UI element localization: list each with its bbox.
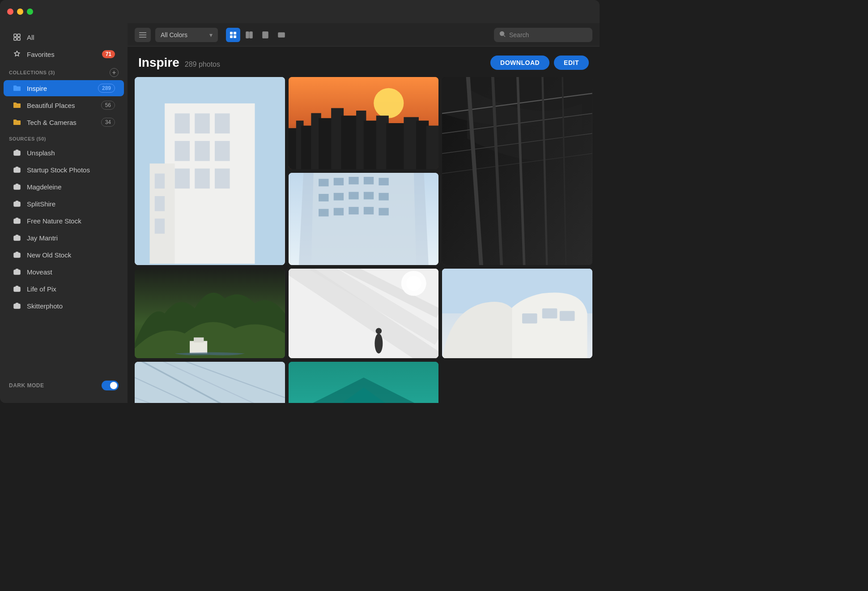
- close-button[interactable]: [7, 9, 13, 15]
- sidebar-item-free-nature-stock[interactable]: Free Nature Stock: [4, 213, 124, 229]
- sidebar-item-magdeleine[interactable]: Magdeleine: [4, 179, 124, 195]
- beautiful-places-badge: 56: [101, 101, 115, 110]
- sources-header: SOURCES (50): [0, 131, 128, 144]
- page-title-area: Inspire 289 photos: [138, 56, 220, 70]
- sidebar-item-splitshire[interactable]: SplitShire: [4, 196, 124, 212]
- svg-rect-46: [195, 168, 210, 188]
- view-grid-button[interactable]: [226, 28, 240, 42]
- view-2col-button[interactable]: [242, 28, 256, 42]
- sidebar-item-life-of-pix[interactable]: Life of Pix: [4, 281, 124, 297]
- dark-mode-label: DARK MODE: [9, 382, 44, 389]
- sidebar-item-jay-mantri[interactable]: Jay Mantri: [4, 230, 124, 246]
- svg-rect-96: [194, 338, 204, 343]
- svg-rect-41: [215, 113, 230, 133]
- camera-icon-magdeleine: [13, 182, 21, 191]
- download-button[interactable]: DOWNLOAD: [490, 56, 549, 70]
- svg-point-103: [375, 328, 381, 334]
- view-1col-button[interactable]: [258, 28, 272, 42]
- action-buttons: DOWNLOAD EDIT: [490, 56, 589, 70]
- svg-rect-92: [363, 207, 373, 214]
- page-title: Inspire: [138, 56, 179, 70]
- sidebar-item-magdeleine-label: Magdeleine: [27, 183, 115, 191]
- svg-rect-95: [190, 341, 207, 354]
- svg-rect-39: [175, 113, 190, 133]
- svg-rect-44: [215, 141, 230, 161]
- svg-point-35: [500, 32, 504, 36]
- sidebar-item-inspire[interactable]: Inspire 289: [4, 80, 124, 96]
- svg-rect-49: [155, 174, 165, 189]
- svg-point-13: [16, 220, 18, 223]
- camera-icon-new-old-stock: [13, 250, 21, 259]
- svg-rect-91: [349, 207, 358, 214]
- sidebar-item-all[interactable]: All: [4, 29, 124, 45]
- sidebar-item-beautiful-places-label: Beautiful Places: [27, 102, 96, 109]
- svg-rect-30: [234, 35, 236, 38]
- photo-card-7[interactable]: [442, 269, 592, 358]
- sidebar-item-tech-cameras-label: Tech & Cameras: [27, 119, 96, 126]
- svg-rect-88: [379, 193, 388, 201]
- photo-grid: [128, 77, 600, 403]
- search-input[interactable]: [509, 31, 587, 39]
- folder-blue-icon: [13, 84, 21, 93]
- photo-card-5[interactable]: [135, 269, 285, 358]
- photo-card-2[interactable]: [289, 77, 439, 169]
- svg-rect-3: [17, 38, 20, 40]
- svg-rect-0: [14, 34, 17, 37]
- sidebar-item-moveast[interactable]: Moveast: [4, 264, 124, 280]
- sidebar-item-life-of-pix-label: Life of Pix: [27, 285, 115, 293]
- sidebar-item-splitshire-label: SplitShire: [27, 200, 115, 208]
- photo-card-6[interactable]: [289, 269, 439, 358]
- svg-rect-1: [17, 34, 20, 37]
- photo-card-8[interactable]: [135, 362, 285, 403]
- svg-point-7: [16, 169, 18, 171]
- sidebar-toggle-button[interactable]: [135, 28, 151, 42]
- svg-rect-34: [278, 33, 285, 37]
- folder-yellow2-icon: [13, 118, 21, 127]
- svg-rect-43: [195, 141, 210, 161]
- camera-icon-jay-mantri: [13, 233, 21, 242]
- app-body: All Favorites 71 COLLECTIONS (3) + I: [0, 23, 600, 403]
- sidebar-item-startup-stock-photos[interactable]: Startup Stock Photos: [4, 162, 124, 178]
- sidebar-item-new-old-stock[interactable]: New Old Stock: [4, 247, 124, 263]
- svg-rect-33: [263, 32, 268, 38]
- color-filter-dropdown[interactable]: All Colors ▾: [155, 28, 218, 42]
- chevron-down-icon: ▾: [209, 31, 213, 39]
- svg-rect-29: [230, 35, 233, 38]
- svg-rect-40: [195, 113, 210, 133]
- svg-rect-2: [14, 38, 17, 40]
- svg-rect-27: [230, 32, 233, 34]
- svg-point-21: [16, 288, 18, 291]
- photo-card-1[interactable]: [135, 77, 285, 265]
- edit-button[interactable]: EDIT: [554, 56, 589, 70]
- folder-yellow-icon: [13, 101, 21, 110]
- sidebar-item-skitterphoto[interactable]: Skitterphoto: [4, 298, 124, 314]
- sidebar-item-startup-label: Startup Stock Photos: [27, 166, 115, 174]
- camera-icon-life-of-pix: [13, 284, 21, 293]
- titlebar: [0, 0, 600, 23]
- minimize-button[interactable]: [17, 9, 23, 15]
- sidebar-item-beautiful-places[interactable]: Beautiful Places 56: [4, 97, 124, 113]
- sidebar-item-unsplash[interactable]: Unsplash: [4, 145, 124, 161]
- svg-point-19: [16, 271, 18, 274]
- photo-card-9[interactable]: [289, 362, 439, 403]
- view-wide-button[interactable]: [274, 28, 289, 42]
- dark-mode-toggle[interactable]: [102, 381, 119, 390]
- svg-rect-47: [215, 168, 230, 188]
- svg-point-15: [16, 237, 18, 240]
- sidebar-item-tech-cameras[interactable]: Tech & Cameras 34: [4, 114, 124, 130]
- maximize-button[interactable]: [27, 9, 33, 15]
- sidebar-item-moveast-label: Moveast: [27, 268, 115, 276]
- svg-rect-83: [379, 178, 388, 185]
- view-mode-group: [226, 28, 289, 42]
- photo-card-3[interactable]: [442, 77, 592, 265]
- svg-rect-87: [363, 192, 373, 200]
- sidebar-item-free-nature-label: Free Nature Stock: [27, 217, 115, 225]
- camera-icon-unsplash: [13, 148, 21, 157]
- svg-rect-67: [426, 126, 438, 169]
- add-collection-button[interactable]: +: [110, 68, 119, 77]
- svg-point-23: [16, 305, 18, 308]
- sidebar-item-all-label: All: [27, 34, 115, 41]
- sidebar-item-favorites[interactable]: Favorites 71: [4, 46, 124, 62]
- tech-cameras-badge: 34: [101, 118, 115, 127]
- photo-card-4[interactable]: [289, 173, 439, 265]
